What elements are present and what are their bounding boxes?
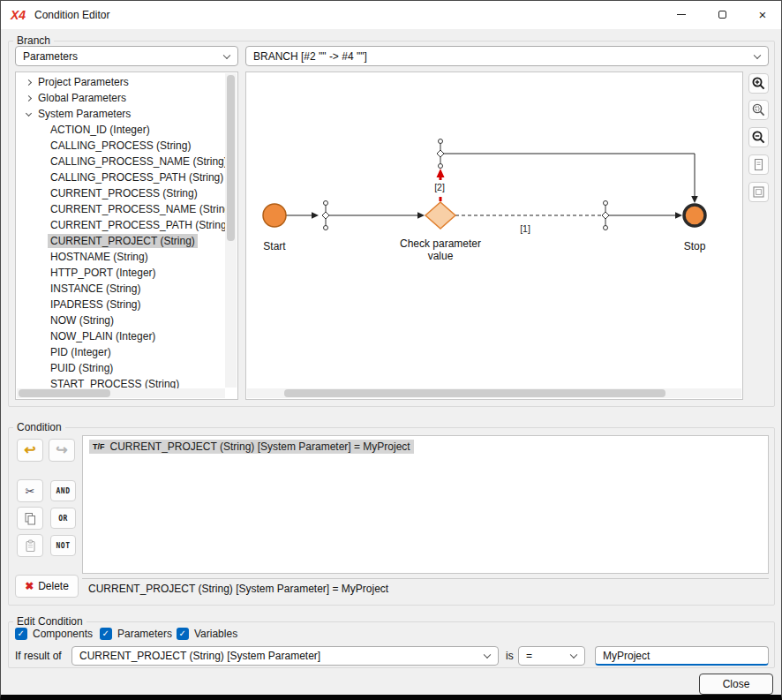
paste-button[interactable] xyxy=(17,534,43,557)
branch-select[interactable]: BRANCH [#2 "" -> #4 ""] xyxy=(245,46,769,66)
and-button[interactable]: AND xyxy=(50,480,76,501)
condition-list[interactable]: T/F CURRENT_PROJECT (String) [System Par… xyxy=(82,435,769,574)
remove-condition-button[interactable]: ↪ xyxy=(49,439,75,462)
fit-page-icon xyxy=(751,157,766,172)
expander-icon[interactable] xyxy=(21,113,35,116)
edge-1-label: [1] xyxy=(520,223,530,234)
arrowhead-icon xyxy=(691,196,698,203)
checkbox-checked-icon xyxy=(100,628,112,640)
tree-item[interactable]: START_PROCESS (String) xyxy=(16,376,226,388)
checkbox-parameters[interactable]: Parameters xyxy=(100,628,172,640)
expression-select-value: CURRENT_PROJECT (String) [System Paramet… xyxy=(79,650,320,662)
checkbox-components[interactable]: Components xyxy=(15,628,93,640)
zoom-out-button[interactable] xyxy=(748,127,769,147)
parameter-tree[interactable]: Project Parameters Global Parameters Sys… xyxy=(15,72,238,400)
tree-item[interactable]: NOW (String) xyxy=(16,312,226,328)
tree-item[interactable]: NOW_PLAIN (Integer) xyxy=(16,328,226,344)
junction-icon[interactable] xyxy=(602,201,609,230)
insert-condition-button[interactable]: ↩ xyxy=(17,439,43,462)
branch-group-label: Branch xyxy=(13,34,54,47)
decision-node[interactable] xyxy=(425,202,455,229)
operator-select[interactable]: = xyxy=(518,646,585,666)
junction-icon[interactable] xyxy=(437,139,444,169)
scrollbar-thumb[interactable] xyxy=(19,389,110,397)
tree-item[interactable]: PID (Integer) xyxy=(16,344,226,360)
start-node-label: Start xyxy=(263,240,286,252)
tree-item-system-parameters[interactable]: System Parameters xyxy=(16,106,226,122)
checkbox-variables[interactable]: Variables xyxy=(177,628,237,640)
delete-x-icon: ✖ xyxy=(25,580,34,592)
tree-item[interactable]: IPADRESS (String) xyxy=(16,297,226,312)
maximize-button[interactable] xyxy=(702,1,742,28)
arrowhead-icon xyxy=(675,212,682,219)
tree-item-project-parameters[interactable]: Project Parameters xyxy=(16,74,226,90)
app-logo: X4 xyxy=(11,8,26,22)
chevron-down-icon xyxy=(484,651,491,659)
scrollbar-thumb[interactable] xyxy=(227,75,235,241)
fit-window-button[interactable] xyxy=(748,182,769,202)
not-button[interactable]: NOT xyxy=(50,535,76,556)
and-label: AND xyxy=(56,487,71,495)
chevron-down-icon xyxy=(754,51,761,58)
selected-condition: T/F CURRENT_PROJECT (String) [System Par… xyxy=(89,440,414,454)
not-label: NOT xyxy=(56,542,71,550)
tree-item[interactable]: CURRENT_PROCESS_NAME (String) xyxy=(16,201,226,217)
tree-item[interactable]: CURRENT_PROCESS_PATH (String) xyxy=(16,217,226,233)
condition-list-item[interactable]: T/F CURRENT_PROJECT (String) [System Par… xyxy=(89,440,762,454)
tree-item[interactable]: CURRENT_PROCESS (String) xyxy=(16,185,226,201)
tree-item-current-project[interactable]: CURRENT_PROJECT (String) xyxy=(16,233,226,249)
scissors-icon: ✂ xyxy=(26,485,35,497)
cut-button[interactable]: ✂ xyxy=(17,479,43,502)
decision-node-label-2: value xyxy=(428,250,454,262)
forward-arrow-icon: ↪ xyxy=(56,443,67,457)
tree-item[interactable]: ACTION_ID (Integer) xyxy=(16,122,226,138)
chevron-down-icon xyxy=(223,51,230,58)
canvas-horizontal-scrollbar[interactable] xyxy=(247,388,741,398)
title-bar[interactable]: X4 Condition Editor × xyxy=(1,1,781,29)
zoom-selection-icon xyxy=(751,102,766,117)
expander-icon[interactable] xyxy=(21,80,35,85)
or-button[interactable]: OR xyxy=(50,508,76,529)
decision-node-label-1: Check parameter xyxy=(400,237,481,250)
checkbox-parameters-label: Parameters xyxy=(117,628,172,640)
zoom-out-icon xyxy=(751,130,766,145)
tree-vertical-scrollbar[interactable] xyxy=(225,73,237,388)
tree-item[interactable]: PUID (String) xyxy=(16,360,226,376)
expression-select[interactable]: CURRENT_PROJECT (String) [System Paramet… xyxy=(71,646,499,666)
stop-node[interactable] xyxy=(684,205,705,226)
junction-icon[interactable] xyxy=(322,201,329,230)
return-arrow-icon: ↩ xyxy=(24,443,35,457)
tree-item[interactable]: CALLING_PROCESS_PATH (String) xyxy=(16,169,226,185)
start-node[interactable] xyxy=(263,204,286,227)
chevron-down-icon xyxy=(570,651,577,659)
stop-node-label: Stop xyxy=(684,240,706,252)
branch-category-value: Parameters xyxy=(23,50,78,63)
tree-item[interactable]: CALLING_PROCESS_NAME (String) xyxy=(16,154,226,169)
zoom-selection-button[interactable] xyxy=(748,100,769,120)
tree-item[interactable]: HTTP_PORT (Integer) xyxy=(16,265,226,281)
fit-page-button[interactable] xyxy=(748,154,769,175)
expander-icon[interactable] xyxy=(21,96,35,101)
tree-item-global-parameters[interactable]: Global Parameters xyxy=(16,90,226,106)
zoom-in-button[interactable] xyxy=(748,73,769,94)
zoom-in-icon xyxy=(751,76,766,91)
true-false-badge: T/F xyxy=(93,442,105,451)
delete-button[interactable]: ✖ Delete xyxy=(15,575,79,598)
tree-item[interactable]: HOSTNAME (String) xyxy=(16,249,226,265)
close-button[interactable]: Close xyxy=(699,674,773,695)
tree-item[interactable]: CALLING_PROCESS (String) xyxy=(16,138,226,154)
scrollbar-thumb[interactable] xyxy=(284,389,665,397)
value-input[interactable] xyxy=(595,646,769,666)
tree-horizontal-scrollbar[interactable] xyxy=(17,388,225,398)
checkbox-variables-label: Variables xyxy=(194,628,237,640)
checkbox-checked-icon xyxy=(177,628,189,640)
diagram-canvas[interactable]: [1] [2] xyxy=(245,72,743,400)
tree-item[interactable]: INSTANCE (String) xyxy=(16,281,226,297)
copy-icon xyxy=(24,512,37,525)
close-window-button[interactable]: × xyxy=(742,1,782,28)
minimize-button[interactable] xyxy=(661,1,702,28)
branch-category-select[interactable]: Parameters xyxy=(15,46,238,66)
copy-button[interactable] xyxy=(17,507,43,530)
checkbox-components-label: Components xyxy=(33,628,93,640)
operator-select-value: = xyxy=(526,650,532,662)
